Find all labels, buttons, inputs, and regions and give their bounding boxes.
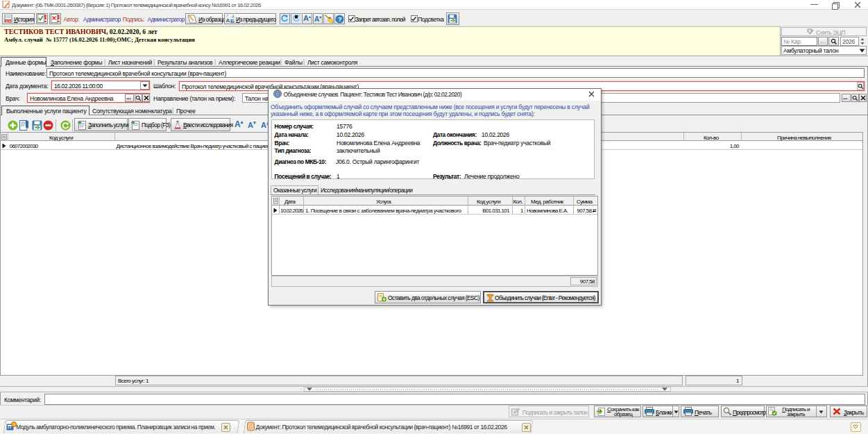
svg-text:Б: Б [230, 18, 235, 24]
svg-text:ДОК: ДОК [6, 20, 12, 24]
svg-text:?: ? [338, 16, 341, 23]
svg-text:А: А [226, 17, 230, 24]
